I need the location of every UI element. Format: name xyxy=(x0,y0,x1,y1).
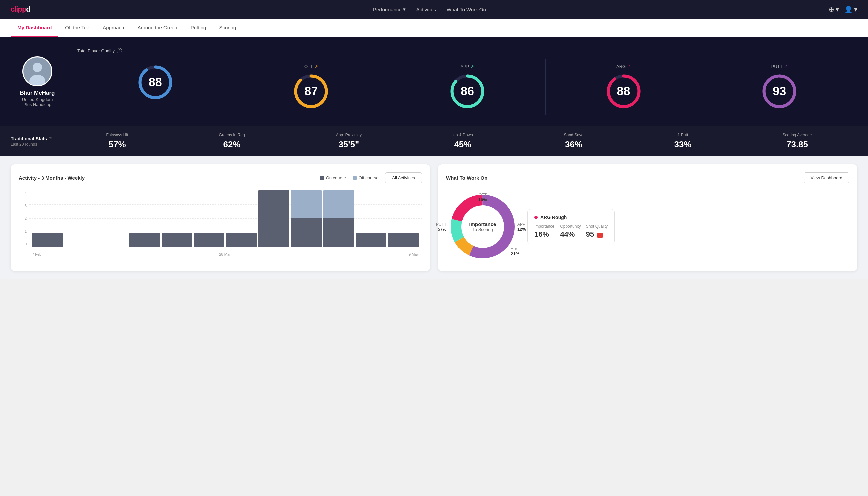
overall-score: 88 xyxy=(148,75,162,89)
bar-group-5 xyxy=(161,190,192,247)
y-label-2: 2 xyxy=(19,216,29,220)
chevron-down-icon: ▾ xyxy=(854,5,857,13)
avatar xyxy=(22,56,52,86)
trad-period: Last 20 rounds xyxy=(11,142,61,146)
donut-section: Importance To Scoring OTT 10% APP 12% AR… xyxy=(446,190,849,263)
donut-label-putt: PUTT 57% xyxy=(436,222,446,232)
bar-group-4 xyxy=(129,190,160,247)
bar-chart: 4 3 2 1 0 xyxy=(19,190,422,257)
bar-on-9 xyxy=(291,218,321,247)
nav-activities[interactable]: Activities xyxy=(416,7,436,12)
arg-label: ARG ↗ xyxy=(616,64,631,69)
grid-line-0 xyxy=(29,247,422,247)
view-dashboard-button[interactable]: View Dashboard xyxy=(804,172,849,183)
trad-help-icon[interactable]: ? xyxy=(49,136,52,141)
add-button[interactable]: ⊕ ▾ xyxy=(829,5,839,13)
plus-circle-icon: ⊕ xyxy=(829,5,834,13)
ott-gauge-wrapper: 87 xyxy=(293,73,329,110)
y-label-3: 3 xyxy=(19,203,29,207)
bars-container xyxy=(29,190,422,247)
bar-on-4 xyxy=(129,233,160,247)
bar-on-8 xyxy=(258,190,289,247)
tab-my-dashboard[interactable]: My Dashboard xyxy=(11,19,58,37)
bar-off-10 xyxy=(323,190,354,218)
user-menu-button[interactable]: 👤 ▾ xyxy=(845,5,857,13)
bar-on-1 xyxy=(32,233,63,247)
top-nav: clippd Performance ▾ Activities What To … xyxy=(0,0,868,19)
chevron-down-icon: ▾ xyxy=(836,5,839,13)
player-handicap: Plus Handicap xyxy=(23,102,51,107)
tab-around-the-green[interactable]: Around the Green xyxy=(130,19,184,37)
x-label-feb: 7 Feb xyxy=(32,252,41,257)
app-arrow-icon: ↗ xyxy=(470,64,474,69)
all-activities-button[interactable]: All Activities xyxy=(385,172,422,183)
trad-stats-section: Traditional Stats ? Last 20 rounds Fairw… xyxy=(0,126,868,156)
nav-links: Performance ▾ Activities What To Work On xyxy=(373,6,486,12)
on-course-dot xyxy=(320,176,324,180)
donut-label-arg: ARG 21% xyxy=(510,247,519,257)
info-card-title: ARG Rough xyxy=(540,215,567,220)
user-icon: 👤 xyxy=(845,5,853,13)
y-label-4: 4 xyxy=(19,190,29,195)
info-dot xyxy=(534,216,538,219)
overall-gauge-wrapper: 88 xyxy=(137,64,174,100)
putt-label: PUTT ↗ xyxy=(771,64,788,69)
tab-approach[interactable]: Approach xyxy=(96,19,130,37)
what-to-work-on-card: What To Work On View Dashboard Impo xyxy=(438,164,857,271)
tab-scoring[interactable]: Scoring xyxy=(212,19,243,37)
legend-off-course: Off course xyxy=(353,175,379,180)
tpq-section: Total Player Quality ? 88 OTT ↗ xyxy=(77,48,857,115)
chevron-down-icon: ▾ xyxy=(403,6,406,12)
nav-what-to-work-on[interactable]: What To Work On xyxy=(447,7,486,12)
shot-quality-badge: ↓ xyxy=(597,233,602,238)
legend-on-course: On course xyxy=(320,175,346,180)
arg-gauge-wrapper: 88 xyxy=(605,73,642,110)
stat-greens-in-reg: Greens In Reg 62% xyxy=(219,133,245,150)
gauge-overall: 88 xyxy=(77,59,234,115)
chart-legend: On course Off course All Activities xyxy=(320,172,422,183)
info-stat-importance: Importance 16% xyxy=(534,224,556,238)
bar-group-12 xyxy=(388,190,419,247)
nav-right: ⊕ ▾ 👤 ▾ xyxy=(829,5,857,13)
tab-putting[interactable]: Putting xyxy=(184,19,213,37)
gauge-app: APP ↗ 86 xyxy=(389,59,546,115)
donut-center-line2: To Scoring xyxy=(469,227,496,232)
wtwo-header: What To Work On View Dashboard xyxy=(446,172,849,183)
off-course-dot xyxy=(353,176,357,180)
gauge-row: 88 OTT ↗ 87 APP xyxy=(77,59,857,115)
stat-up-down: Up & Down 45% xyxy=(453,133,473,150)
bar-group-7 xyxy=(226,190,257,247)
nav-performance[interactable]: Performance ▾ xyxy=(373,6,406,12)
x-labels: 7 Feb 28 Mar 9 May xyxy=(29,252,422,257)
bar-on-7 xyxy=(226,233,257,247)
info-stat-shot-quality: Shot Quality 95 ↓ xyxy=(586,224,607,238)
app-score: 86 xyxy=(461,84,474,98)
bar-group-10 xyxy=(323,190,354,247)
info-stats: Importance 16% Opportunity 44% Shot Qual… xyxy=(534,224,607,238)
bar-on-5 xyxy=(161,233,192,247)
help-icon[interactable]: ? xyxy=(116,48,122,53)
app-gauge-wrapper: 86 xyxy=(449,73,486,110)
ott-label: OTT ↗ xyxy=(304,64,318,69)
putt-gauge-wrapper: 93 xyxy=(761,73,798,110)
donut-label-app: APP 12% xyxy=(517,222,526,232)
bottom-section: Activity - 3 Months - Weekly On course O… xyxy=(0,156,868,279)
donut-label-ott: OTT 10% xyxy=(478,192,487,202)
bar-group-11 xyxy=(356,190,386,247)
svg-point-1 xyxy=(33,63,42,72)
arg-info-card: ARG Rough Importance 16% Opportunity 44%… xyxy=(527,209,615,244)
donut-center: Importance To Scoring xyxy=(469,221,496,232)
tab-off-the-tee[interactable]: Off the Tee xyxy=(58,19,96,37)
trad-label: Traditional Stats ? Last 20 rounds xyxy=(11,136,61,146)
logo: clippd xyxy=(11,5,30,14)
bar-group-6 xyxy=(194,190,224,247)
gauge-arg: ARG ↗ 88 xyxy=(546,59,702,115)
ott-score: 87 xyxy=(304,84,318,98)
info-stat-opportunity: Opportunity 44% xyxy=(560,224,582,238)
bar-on-6 xyxy=(194,233,224,247)
putt-score: 93 xyxy=(773,84,786,98)
activity-card-header: Activity - 3 Months - Weekly On course O… xyxy=(19,172,422,183)
sub-nav: My Dashboard Off the Tee Approach Around… xyxy=(0,19,868,37)
stat-sand-save: Sand Save 36% xyxy=(564,133,584,150)
player-name: Blair McHarg xyxy=(20,90,55,96)
